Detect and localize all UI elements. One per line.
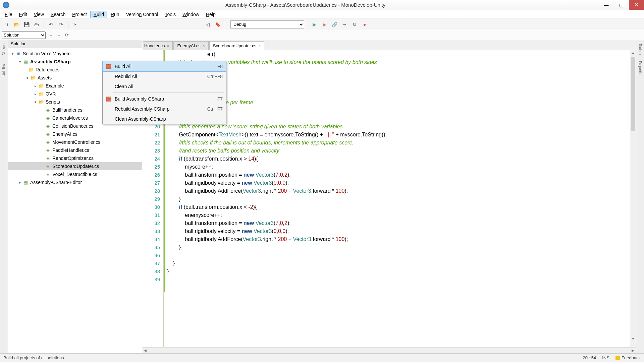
folder-icon: 📂 — [38, 99, 44, 105]
tree-file[interactable]: ◈PaddleHandler.cs — [8, 146, 142, 154]
feedback-icon — [615, 356, 620, 360]
tree-label: PaddleHandler.cs — [52, 147, 89, 153]
config-select[interactable]: Debug — [230, 20, 304, 28]
folder-icon: 📁 — [28, 67, 34, 72]
menu-edit[interactable]: Edit — [16, 11, 31, 18]
tree-solution-root[interactable]: ▾ ▣ Solution VoxelMayhem — [8, 50, 142, 58]
add-icon[interactable]: ＋ — [48, 32, 54, 38]
tab-enemyai[interactable]: EnemyAI.cs × — [173, 41, 208, 50]
tree-file[interactable]: ◈RenderOptimizer.cs — [8, 154, 142, 162]
close-button[interactable]: ✕ — [629, 0, 644, 10]
tree-label: Assets — [38, 75, 52, 80]
new-file-button[interactable]: 🗋 — [2, 20, 11, 29]
stop-button[interactable]: ● — [360, 20, 369, 29]
nav-back-button[interactable]: ◁ — [203, 20, 212, 29]
tree-label: Voxel_Destructible.cs — [52, 172, 97, 177]
menu-item-clean-project[interactable]: Clean Assembly-CSharp — [103, 114, 226, 124]
tree-label: OVR — [46, 91, 56, 97]
csfile-icon: ◈ — [45, 172, 51, 177]
tree-label: CollisionBouncer.cs — [52, 123, 93, 129]
tree-file[interactable]: ◈EnemyAI.cs — [8, 130, 142, 138]
toolbar-sep — [307, 21, 307, 28]
scroll-down-icon[interactable]: ▼ — [630, 337, 636, 341]
menu-item-build-project[interactable]: 🧱 Build Assembly-CSharp F7 — [103, 94, 226, 104]
menu-build[interactable]: Build — [90, 11, 107, 18]
tab-scoreboard[interactable]: ScoreboardUpdater.cs × — [209, 41, 264, 50]
maximize-button[interactable]: ▢ — [614, 0, 629, 10]
minimize-button[interactable]: — — [599, 0, 614, 10]
menu-item-shortcut: Ctrl+F7 — [207, 106, 223, 112]
rail-classes[interactable]: Classes — [2, 42, 6, 57]
save-all-button[interactable]: 🗃 — [32, 20, 41, 29]
tree-label: Assembly-CSharp-Editor — [30, 180, 82, 185]
feedback-label: Feedback — [622, 355, 641, 360]
menu-search[interactable]: Search — [47, 11, 69, 18]
tree-toggle-icon[interactable]: ▾ — [33, 100, 38, 104]
tab-strip: Handler.cs × EnemyAI.cs × ScoreboardUpda… — [142, 40, 636, 50]
menu-help[interactable]: Help — [203, 11, 219, 18]
close-icon[interactable]: × — [203, 44, 205, 48]
menu-file[interactable]: File — [1, 11, 16, 18]
vertical-scrollbar[interactable]: ▲ ▼ — [630, 50, 636, 347]
close-icon[interactable]: × — [258, 44, 261, 48]
menu-item-rebuild-project[interactable]: Rebuild Assembly-CSharp Ctrl+F7 — [103, 104, 226, 114]
tree-file-selected[interactable]: ◈ScoreboardUpdater.cs — [8, 162, 142, 170]
step-over-button[interactable]: ↻ — [350, 20, 359, 29]
menu-item-rebuild-all[interactable]: Rebuild All Ctrl+F8 — [103, 71, 226, 81]
tab-partial[interactable]: Handler.cs × — [143, 41, 173, 50]
csfile-icon: ◈ — [45, 147, 51, 153]
rail-unit-tests[interactable]: Unit Tests — [2, 60, 6, 78]
title-bar: Assembly-CSharp - Assets\ScoreboardUpdat… — [0, 0, 644, 10]
solution-header: Solution — [8, 40, 142, 48]
rail-toolbox[interactable]: Toolbox — [638, 42, 642, 56]
close-icon[interactable]: × — [167, 44, 169, 48]
code-content[interactable]: e () //declares two score variables that… — [166, 50, 630, 347]
undo-button[interactable]: ↶ — [47, 20, 55, 29]
redo-button[interactable]: ↷ — [57, 20, 65, 29]
menu-item-clean-all[interactable]: Clean All — [103, 81, 226, 92]
csfile-icon: ◈ — [45, 123, 51, 129]
tree-toggle-icon[interactable]: ▸ — [33, 92, 38, 96]
menu-item-label: Build Assembly-CSharp — [115, 96, 164, 102]
tree-toggle-icon[interactable]: ▾ — [25, 76, 30, 80]
save-button[interactable]: 💾 — [22, 20, 31, 29]
scroll-thumb[interactable] — [631, 57, 635, 131]
refresh-icon[interactable]: ⟳ — [64, 32, 70, 38]
scroll-up-icon[interactable]: ▲ — [630, 51, 636, 55]
scroll-left-icon[interactable]: ◀ — [142, 349, 148, 352]
feedback-button[interactable]: Feedback — [615, 355, 641, 360]
menu-view[interactable]: View — [31, 11, 47, 18]
build-button[interactable]: ▶ — [320, 20, 329, 29]
tree-label: References — [36, 67, 60, 72]
menu-tools[interactable]: Tools — [161, 11, 179, 18]
cut-button[interactable]: ✂ — [71, 20, 80, 29]
open-button[interactable]: 📂 — [12, 20, 21, 29]
build-menu-dropdown: 🧱 Build All F8 Rebuild All Ctrl+F8 Clean… — [102, 61, 226, 124]
horizontal-scrollbar[interactable]: ◀ ▶ — [142, 347, 636, 353]
scroll-right-icon[interactable]: ▶ — [630, 349, 636, 352]
tree-file[interactable]: ◈MovementController.cs — [8, 138, 142, 146]
right-rail: Toolbox Properties — [636, 40, 644, 353]
menu-separator — [113, 93, 224, 93]
tree-label: EnemyAI.cs — [52, 131, 77, 137]
menu-project[interactable]: Project — [69, 11, 90, 18]
tree-label: Scripts — [46, 99, 60, 105]
tree-toggle-icon[interactable]: ▾ — [17, 60, 23, 64]
tree-file[interactable]: ◈Voxel_Destructible.cs — [8, 170, 142, 178]
menu-run[interactable]: Run — [107, 11, 123, 18]
menu-item-build-all[interactable]: 🧱 Build All F8 — [102, 61, 226, 72]
scope-select[interactable]: Solution — [2, 32, 46, 39]
tree-toggle-icon[interactable]: ▾ — [10, 52, 15, 56]
tree-project-editor[interactable]: ▸ ▦ Assembly-CSharp-Editor — [8, 178, 142, 186]
tree-toggle-icon[interactable]: ▸ — [33, 84, 38, 88]
menu-version-control[interactable]: Version Control — [123, 11, 162, 18]
tab-label: ScoreboardUpdater.cs — [213, 43, 256, 48]
menu-window[interactable]: Window — [179, 11, 203, 18]
step-button[interactable]: ⇥ — [340, 20, 349, 29]
rail-properties[interactable]: Properties — [638, 60, 642, 78]
run-button[interactable]: ▶ — [310, 20, 319, 29]
bookmark-button[interactable]: 🔖 — [213, 20, 222, 29]
attach-button[interactable]: 🔗 — [330, 20, 339, 29]
tree-toggle-icon[interactable]: ▸ — [17, 180, 23, 185]
remove-icon[interactable]: － — [56, 32, 62, 38]
